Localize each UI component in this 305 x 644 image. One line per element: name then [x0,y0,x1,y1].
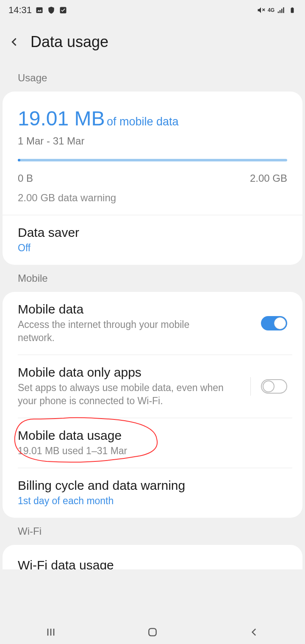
svg-rect-12 [149,628,156,636]
mobile-data-usage-row[interactable]: Mobile data usage 19.01 MB used 1–31 Mar [3,418,302,468]
image-icon [35,6,44,14]
mobile-data-usage-subtitle: 19.01 MB used 1–31 Mar [18,444,287,458]
status-right: 4G [257,6,297,14]
svg-rect-7 [291,8,294,13]
billing-cycle-title: Billing cycle and data warning [18,478,287,493]
svg-rect-0 [36,7,43,13]
svg-rect-4 [280,10,281,13]
page-title: Data usage [30,33,108,51]
mobile-card: Mobile data Access the internet through … [3,292,302,518]
mute-vibrate-icon [257,6,265,14]
usage-progress-fill [18,159,20,161]
mobile-data-only-subtitle: Set apps to always use mobile data, even… [18,381,238,408]
usage-max: 2.00 GB [250,172,287,184]
svg-rect-5 [281,9,283,13]
mobile-data-only-title: Mobile data only apps [18,365,250,380]
status-left: 14:31 [8,5,67,16]
usage-suffix: of mobile data [107,115,179,128]
section-header-mobile: Mobile [3,268,302,292]
data-saver-row[interactable]: Data saver Off [3,215,302,265]
svg-rect-3 [278,11,279,13]
network-type: 4G [268,7,274,13]
usage-progress-bar [18,159,287,161]
billing-cycle-row[interactable]: Billing cycle and data warning 1st day o… [3,468,302,518]
usage-period: 1 Mar - 31 Mar [18,135,287,147]
status-time: 14:31 [8,5,32,16]
back-icon[interactable] [8,36,20,48]
toggle-knob [263,380,274,392]
usage-summary[interactable]: 19.01 MB of mobile data 1 Mar - 31 Mar 0… [3,92,302,215]
wifi-data-usage-title: Wi-Fi data usage [18,558,287,569]
recents-button[interactable] [44,625,58,639]
mobile-data-row[interactable]: Mobile data Access the internet through … [3,292,302,355]
billing-cycle-subtitle: 1st day of each month [18,494,287,508]
wifi-data-usage-row[interactable]: Wi-Fi data usage [3,545,302,569]
usage-scale: 0 B 2.00 GB [18,172,287,184]
mobile-data-usage-title: Mobile data usage [18,428,287,443]
toggle-knob [274,317,286,329]
wifi-card: Wi-Fi data usage [3,545,302,569]
page-header: Data usage [0,20,305,68]
usage-card: 19.01 MB of mobile data 1 Mar - 31 Mar 0… [3,92,302,265]
mobile-data-subtitle: Access the internet through your mobile … [18,318,208,344]
battery-icon [288,6,297,14]
section-header-wifi: Wi-Fi [3,521,302,545]
vertical-divider [250,377,251,396]
mobile-data-only-row[interactable]: Mobile data only apps Set apps to always… [3,355,302,418]
usage-warning: 2.00 GB data warning [18,192,287,215]
usage-amount: 19.01 MB [18,107,105,130]
navigation-bar [0,620,305,644]
check-icon [59,6,67,14]
status-bar: 14:31 4G [0,0,305,20]
content: Usage 19.01 MB of mobile data 1 Mar - 31… [0,68,305,620]
svg-rect-8 [291,8,293,8]
back-button[interactable] [247,625,261,639]
home-button[interactable] [146,625,159,639]
data-saver-status: Off [18,242,287,255]
shield-icon [47,6,55,14]
mobile-data-title: Mobile data [18,302,261,316]
mobile-data-only-toggle[interactable] [261,379,287,394]
usage-min: 0 B [18,172,33,184]
svg-rect-6 [283,7,284,13]
section-header-usage: Usage [3,68,302,92]
signal-icon [277,6,286,14]
mobile-data-toggle[interactable] [261,316,287,330]
data-saver-title: Data saver [18,225,287,240]
